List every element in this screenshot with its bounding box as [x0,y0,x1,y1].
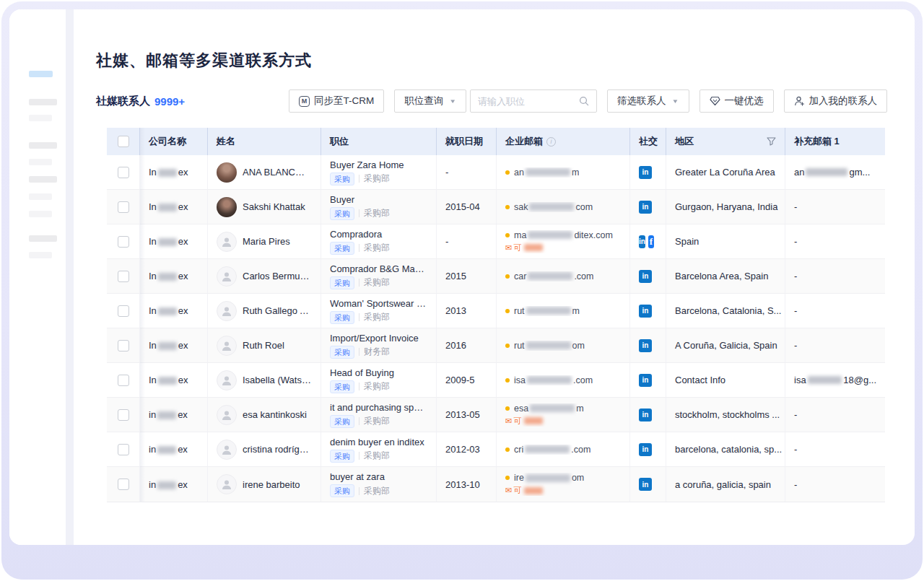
search-icon[interactable] [579,96,589,106]
blurred-text [157,411,176,419]
sidebar-divider [66,9,74,545]
email-address[interactable]: cri.com [505,445,590,455]
one-click-optimize-button[interactable]: 一键优选 [699,89,774,113]
sync-tcrm-button[interactable]: M 同步至T-CRM [289,89,384,113]
position-query-select[interactable]: 职位查询 ▼ [394,89,466,113]
department-label: 采购部 [364,172,390,185]
extra-email-cell: - [785,259,885,293]
tag-divider [359,348,359,356]
linkedin-icon[interactable]: in [639,374,652,387]
linkedin-icon[interactable]: in [639,339,652,352]
linkedin-icon[interactable]: in [639,270,652,283]
company-cell: Inex [140,190,208,224]
tag-divider [359,209,359,217]
linkedin-icon[interactable]: in [639,305,652,318]
row-checkbox[interactable] [118,167,129,178]
contacts-count: 9999+ [154,95,185,108]
position-cell: Head of Buying 采购 采购部 [321,363,437,397]
social-cell: in [630,328,666,362]
region-cell: Contact Info [666,363,785,397]
position-search-input[interactable] [478,96,575,107]
row-checkbox[interactable] [118,479,129,490]
region-cell: barcelona, catalonia, sp... [666,432,785,466]
email-address[interactable]: esam [505,403,584,414]
hire-date-cell: 2015-04 [437,190,497,224]
tag-divider [359,313,359,321]
hire-date-cell: 2012-03 [437,432,497,466]
company-cell: inex [140,467,208,502]
linkedin-icon[interactable]: in [639,235,645,248]
email-cell: ireom ✉ 可 [497,467,630,502]
department-label: 采购部 [364,380,390,393]
email-address[interactable]: rutom [505,341,585,351]
linkedin-icon[interactable]: in [639,443,652,456]
email-address[interactable]: ireom [505,473,584,483]
email-status-dot [505,205,510,209]
facebook-icon[interactable]: f [648,235,654,248]
email-address[interactable]: anm [505,167,579,178]
info-icon[interactable]: i [546,137,556,147]
envelope-icon: ✉ [505,417,512,425]
email-address[interactable]: rutm [505,306,580,316]
row-checkbox[interactable] [118,201,129,213]
company-cell: inex [140,432,208,466]
linkedin-icon[interactable]: in [639,478,652,491]
position-cell: Buyer Zara Home 采购 采购部 [321,155,437,189]
email-status-dot [505,344,510,348]
row-checkbox[interactable] [118,271,129,282]
envelope-icon: ✉ [505,244,512,252]
email-address[interactable]: sakcom [505,202,593,212]
table-row: inex irene barbeito buyer at zara 采购 采购部 [107,467,885,502]
procurement-tag: 采购 [330,450,354,463]
linkedin-icon[interactable]: in [639,201,652,214]
email-status-dot [505,476,510,480]
row-checkbox[interactable] [118,305,129,317]
avatar [217,370,237,390]
row-checkbox[interactable] [118,444,129,455]
reachable-badge: ✉ 可 [505,243,613,253]
row-checkbox[interactable] [118,409,129,421]
department-label: 采购部 [364,242,390,254]
region-cell: Greater La Coruña Area [666,155,785,189]
email-address[interactable]: car.com [505,271,593,281]
procurement-tag: 采购 [330,484,354,497]
name-cell: cristina rodríguez [208,432,321,466]
row-checkbox[interactable] [118,375,129,386]
sidebar-placeholder [29,176,57,183]
contacts-table: 公司名称 姓名 职位 就职日期 企业邮箱 i 社交 地区 补充邮箱 1 [107,128,885,502]
row-checkbox[interactable] [118,236,129,248]
table-row: Inex Sakshi Khattak Buyer 采购 采购部 2015-04 [107,190,885,224]
email-status-dot [505,406,510,411]
hire-date-cell: - [437,155,497,189]
department-label: 采购部 [364,450,390,462]
toolbar: 社媒联系人 9999+ M 同步至T-CRM 职位查询 ▼ [96,89,887,113]
sidebar-placeholder [29,252,52,258]
name-cell: Carlos Bermudo Cr... [208,259,321,293]
email-address[interactable]: isa.com [505,375,593,385]
add-to-my-contacts-button[interactable]: 加入我的联系人 [784,89,888,113]
row-checkbox[interactable] [118,340,129,351]
email-address[interactable]: maditex.com [505,230,613,240]
hire-date-cell: 2013-05 [437,398,497,432]
social-cell: in [630,467,666,502]
header-region: 地区 [666,128,785,155]
linkedin-icon[interactable]: in [639,166,652,179]
extra-email-cell: isa18@g... [785,363,885,397]
extra-email-cell: angm... [785,155,885,189]
blurred-text [528,272,572,280]
procurement-tag: 采购 [330,346,354,359]
filter-funnel-icon[interactable] [767,137,776,146]
department-label: 采购部 [364,415,390,427]
envelope-icon: ✉ [505,486,512,494]
tag-divider [359,279,359,287]
blurred-text [524,417,543,424]
linkedin-icon[interactable]: in [639,409,652,421]
filter-contacts-select[interactable]: 筛选联系人 ▼ [607,89,689,113]
blurred-text [157,446,176,454]
email-cell: car.com [497,259,630,293]
tag-divider [359,452,359,460]
position-search-box [470,89,597,113]
social-cell: in [630,155,666,189]
select-all-checkbox[interactable] [118,136,129,147]
region-cell: Spain [666,224,785,258]
